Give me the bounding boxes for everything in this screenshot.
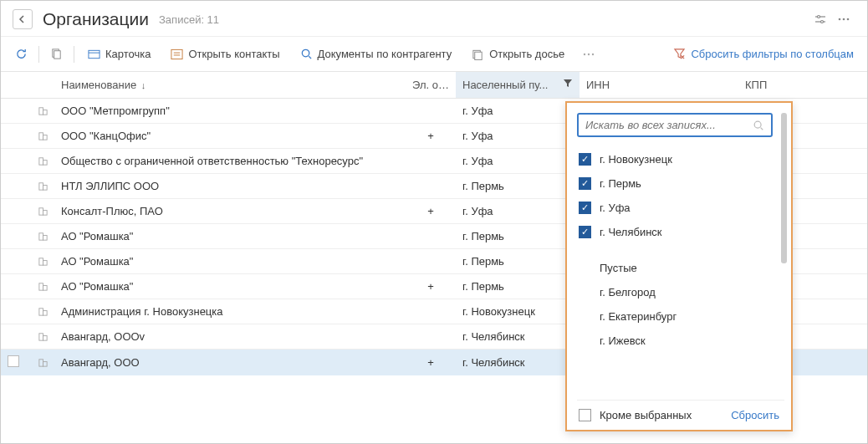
cell-city: г. Пермь [456,274,580,299]
cell-city: г. Пермь [456,224,580,249]
building-icon [38,306,48,317]
column-name[interactable]: Наименование ↓ [54,72,406,99]
cell-name: АО "Ромашка" [54,274,406,299]
cell-name: Консалт-Плюс, ПАО [54,199,406,224]
cell-name: ООО "КанцОфис" [54,124,406,149]
svg-rect-31 [39,208,43,215]
more-icon [582,53,595,56]
record-count: Записей: 11 [159,13,219,26]
svg-point-1 [818,16,820,18]
cell-city: г. Челябинск [456,324,580,350]
open-contacts-button[interactable]: Открыть контакты [162,43,288,64]
svg-rect-39 [39,309,43,315]
filter-option[interactable]: г. Пермь [577,171,778,196]
more-actions-button[interactable] [576,48,601,60]
sort-desc-icon: ↓ [141,80,146,90]
arrow-left-icon [18,14,28,24]
filter-option[interactable]: г. Белгород [577,280,778,304]
filter-option-label: Пустые [600,262,637,274]
filter-option-label: г. Уфа [600,202,631,214]
filter-search[interactable] [577,113,773,137]
filter-option[interactable]: г. Новокузнецк [577,147,778,171]
svg-rect-23 [39,108,43,115]
svg-rect-27 [39,158,43,165]
more-icon[interactable] [832,14,855,24]
svg-point-14 [302,49,309,56]
svg-rect-41 [39,334,43,340]
copy-button[interactable] [44,43,69,64]
svg-rect-28 [43,161,48,166]
svg-point-20 [592,53,594,54]
svg-rect-30 [43,186,48,191]
filter-checkbox[interactable] [579,153,591,166]
filter-option[interactable]: г. Уфа [577,196,778,220]
filter-option-label: г. Пермь [600,177,641,190]
column-email[interactable]: Эл. об... [406,72,456,99]
documents-button[interactable]: Документы по контрагенту [292,43,461,64]
filter-search-input[interactable] [585,119,753,131]
filter-option[interactable]: г. Ижевск [577,329,778,353]
column-checkbox[interactable] [1,72,31,99]
except-selected-checkbox[interactable] [579,409,591,421]
settings-sliders-icon[interactable] [809,9,832,29]
refresh-icon [15,48,28,60]
svg-rect-35 [39,258,43,265]
filter-option-label: г. Екатеринбург [600,310,677,323]
column-kpp[interactable]: КПП [738,72,867,99]
cell-city: г. Новокузнецк [456,299,580,324]
svg-point-6 [847,18,850,21]
header: Организации Записей: 11 [1,1,867,37]
filter-option[interactable]: г. Екатеринбург [577,304,778,329]
back-button[interactable] [13,9,33,29]
cell-email [406,99,456,124]
cell-city: г. Уфа [456,124,580,149]
filter-footer: Кроме выбранных Сбросить [577,400,784,421]
building-icon [38,357,48,368]
cell-email [406,149,456,174]
card-button[interactable]: Карточка [79,43,159,64]
filter-checkbox[interactable] [579,177,591,190]
svg-rect-44 [43,362,48,367]
scrollbar-thumb[interactable] [781,113,787,263]
column-city[interactable]: Населенный пу... [456,72,580,99]
search-doc-icon [300,48,313,60]
svg-rect-24 [43,110,48,115]
app-window: Организации Записей: 11 Карточка Открыть… [0,0,868,444]
reset-column-filters-button[interactable]: Сбросить фильтры по столбцам [673,48,859,60]
copy-icon [50,48,63,60]
open-contacts-label: Открыть контакты [188,48,279,60]
svg-point-18 [584,53,585,54]
cell-city: г. Пермь [456,249,580,274]
svg-line-46 [761,127,763,130]
filter-checkbox[interactable] [579,226,591,238]
cell-name: Авангард, ООО [54,350,406,376]
refresh-button[interactable] [9,43,33,64]
funnel-x-icon [673,48,686,60]
building-icon [38,331,48,342]
row-checkbox[interactable] [8,355,19,367]
column-inn[interactable]: ИНН [580,72,738,99]
filter-reset-button[interactable]: Сбросить [731,409,779,421]
building-icon [38,181,48,191]
filter-scrollbar[interactable] [781,113,789,395]
card-icon [88,49,100,59]
cell-name: Авангард, ОООv [54,324,406,350]
building-icon [38,206,48,217]
filter-option[interactable]: г. Челябинск [577,220,778,244]
dossier-button[interactable]: Открыть досье [463,43,573,64]
cell-city: г. Уфа [456,199,580,224]
building-icon [38,156,48,166]
svg-rect-40 [43,311,48,316]
building-icon [38,130,48,141]
filter-option-label: г. Белгород [600,286,656,299]
filter-option[interactable]: Пустые [577,256,778,280]
column-icon [31,72,54,99]
filter-checkbox[interactable] [579,202,591,214]
svg-point-4 [839,18,841,21]
cell-email: + [406,124,456,149]
svg-rect-9 [89,50,100,58]
svg-rect-25 [39,133,43,140]
svg-rect-37 [39,283,43,290]
cell-name: НТЛ ЭЛЛИПС ООО [54,174,406,199]
filter-option-label: г. Новокузнецк [600,153,672,166]
